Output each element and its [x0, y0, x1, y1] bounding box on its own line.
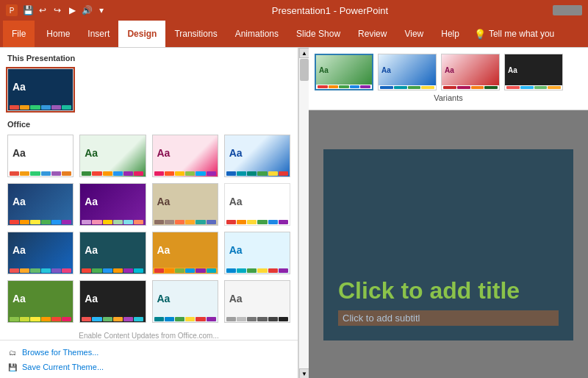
redo-icon[interactable]: ↪	[51, 4, 63, 16]
window-controls	[553, 5, 582, 15]
slide-canvas[interactable]: Click to add title Click to add subtitl	[323, 149, 573, 340]
save-theme-icon: 💾	[7, 362, 18, 372]
theme-item[interactable]: Aa	[151, 279, 220, 324]
title-bar: P 💾 ↩ ↪ ▶ 🔊 ▾ Presentation1 - PowerPoint	[0, 0, 588, 21]
browse-themes-link[interactable]: 🗂 Browse for Themes...	[6, 345, 292, 360]
dropdown-icon[interactable]: ▾	[96, 4, 107, 16]
tab-insert[interactable]: Insert	[79, 21, 118, 47]
theme-item[interactable]: Aa	[223, 230, 292, 276]
variant-1[interactable]: Aa	[315, 54, 373, 90]
theme-item[interactable]: Aa	[6, 182, 75, 227]
theme-item[interactable]: Aa	[223, 133, 292, 179]
ribbon: File Home Insert Design Transitions Anim…	[0, 21, 588, 48]
scroll-track	[299, 58, 309, 368]
tab-animations[interactable]: Animations	[226, 21, 287, 47]
save-theme-link[interactable]: 💾 Save Current Theme...	[6, 360, 292, 374]
scroll-thumb[interactable]	[300, 59, 309, 81]
quick-access-buttons: 💾 ↩ ↪ ▶ 🔊 ▾	[22, 4, 107, 16]
scroll-up-arrow[interactable]: ▲	[299, 48, 309, 58]
slide-area: Click to add title Click to add subtitl	[309, 110, 588, 378]
panel-bottom: 🗂 Browse for Themes... 💾 Save Current Th…	[0, 340, 298, 378]
variant-3[interactable]: Aa	[441, 54, 500, 90]
variant-2[interactable]: Aa	[378, 54, 437, 90]
speaker-icon[interactable]: 🔊	[81, 4, 93, 16]
quick-access-toolbar: P 💾 ↩ ↪ ▶ 🔊 ▾	[6, 4, 107, 16]
tab-home[interactable]: Home	[37, 21, 79, 47]
variants-thumbnails: Aa Aa	[315, 54, 582, 90]
slide-subtitle: Click to add subtitl	[338, 310, 559, 326]
app-icon: P	[6, 4, 18, 16]
tab-slideshow[interactable]: Slide Show	[287, 21, 349, 47]
theme-item[interactable]: Aa	[78, 279, 147, 324]
variants-label: Variants	[315, 93, 582, 104]
theme-item[interactable]: Aa	[78, 182, 147, 227]
content-update-hint: Enable Content Updates from Office.com..…	[6, 330, 292, 340]
save-icon[interactable]: 💾	[22, 4, 34, 16]
theme-item[interactable]: Aa	[6, 279, 75, 324]
tab-review[interactable]: Review	[349, 21, 395, 47]
tab-design[interactable]: Design	[118, 21, 165, 47]
theme-item[interactable]: Aa	[6, 133, 75, 179]
section-office-label: Office	[6, 120, 292, 129]
main-layout: This Presentation Aa	[0, 48, 588, 378]
lightbulb-icon: 💡	[474, 29, 486, 40]
user-avatar	[553, 5, 582, 15]
tab-help[interactable]: Help	[432, 21, 468, 47]
themes-panel-wrapper: This Presentation Aa	[0, 48, 309, 378]
themes-panel-inner: This Presentation Aa	[0, 48, 298, 340]
folder-icon: 🗂	[7, 347, 18, 357]
theme-item[interactable]: Aa	[223, 279, 292, 324]
ribbon-tab-bar: File Home Insert Design Transitions Anim…	[0, 21, 588, 47]
variant-4[interactable]: Aa	[504, 54, 563, 90]
right-panel: Aa Aa	[309, 48, 588, 378]
tab-view[interactable]: View	[395, 21, 432, 47]
theme-item[interactable]: Aa	[78, 133, 147, 179]
undo-icon[interactable]: ↩	[37, 4, 49, 16]
current-theme-grid: Aa	[6, 67, 292, 113]
present-icon[interactable]: ▶	[66, 4, 78, 16]
themes-scrollbar[interactable]: ▲ ▼	[298, 48, 309, 378]
tab-file[interactable]: File	[3, 21, 35, 47]
theme-item[interactable]: Aa	[151, 133, 220, 179]
theme-item[interactable]: Aa	[6, 230, 75, 276]
variants-container: Aa Aa	[309, 48, 588, 110]
themes-panel: This Presentation Aa	[0, 48, 298, 378]
tab-transitions[interactable]: Transitions	[165, 21, 226, 47]
slide-title: Click to add title	[338, 277, 559, 304]
theme-item[interactable]: Aa	[223, 182, 292, 227]
window-title: Presentation1 - PowerPoint	[272, 5, 388, 16]
office-theme-grid: Aa	[6, 133, 292, 324]
theme-item[interactable]: Aa	[78, 230, 147, 276]
theme-item[interactable]: Aa	[151, 182, 220, 227]
theme-current[interactable]: Aa	[6, 67, 75, 113]
section-current-label: This Presentation	[6, 54, 292, 63]
theme-item[interactable]: Aa	[151, 230, 220, 276]
tell-me-text[interactable]: Tell me what you	[489, 29, 554, 39]
scroll-down-arrow[interactable]: ▼	[299, 368, 309, 378]
